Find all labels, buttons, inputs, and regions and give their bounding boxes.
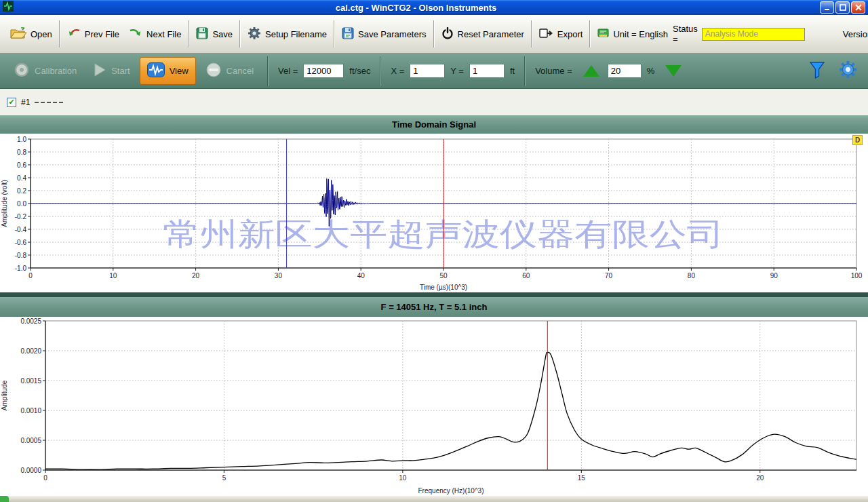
svg-text:30: 30 <box>275 272 283 279</box>
export-button[interactable]: Export <box>534 22 588 46</box>
svg-text:80: 80 <box>688 272 696 279</box>
view-icon <box>147 62 165 79</box>
toolbar-separator <box>267 56 269 86</box>
svg-text:50: 50 <box>439 272 448 279</box>
svg-text:-0.2: -0.2 <box>15 213 27 220</box>
series-1-label: #1 <box>21 98 30 107</box>
status-group: Status = <box>673 24 805 44</box>
panel-divider <box>0 292 868 297</box>
y-input[interactable] <box>469 64 505 78</box>
prev-file-icon <box>67 28 81 41</box>
cancel-button[interactable]: Cancel <box>199 57 260 85</box>
toolbar-separator <box>188 20 189 47</box>
svg-text:0.4: 0.4 <box>17 174 26 182</box>
svg-text:10: 10 <box>399 474 407 482</box>
reset-parameter-button[interactable]: Reset Parameter <box>437 22 529 47</box>
vel-unit-label: ft/sec <box>349 66 370 76</box>
x-input[interactable] <box>410 64 445 78</box>
save-parameters-label: Save Parameters <box>358 29 426 39</box>
frequency-chart-title: F = 14051 Hz, T = 5.1 inch <box>0 297 868 317</box>
unit-icon <box>597 28 609 41</box>
setup-filename-button[interactable]: Setup Filename <box>243 21 332 47</box>
toolbar-separator <box>380 56 381 86</box>
volume-label: Volume = <box>535 66 572 76</box>
start-label: Start <box>111 66 130 76</box>
next-file-button[interactable]: Next File <box>124 22 186 46</box>
toolbar-separator <box>589 20 591 47</box>
svg-text:100: 100 <box>851 272 863 279</box>
frequency-chart[interactable]: 051015200.00000.00050.00100.00150.00200.… <box>0 317 868 496</box>
vel-input[interactable] <box>303 64 344 78</box>
start-button[interactable]: Start <box>86 58 136 84</box>
start-icon <box>93 62 106 79</box>
svg-text:40: 40 <box>357 272 366 279</box>
series-1-checkbox[interactable]: ✔ <box>7 98 16 107</box>
volume-up-icon[interactable] <box>583 65 599 77</box>
close-button[interactable] <box>851 1 865 14</box>
status-input[interactable] <box>702 28 805 41</box>
setup-filename-icon <box>248 26 261 42</box>
prev-file-label: Prev File <box>85 29 119 39</box>
filter-icon[interactable] <box>809 61 825 81</box>
save-icon <box>196 27 208 41</box>
minimize-button[interactable] <box>820 1 834 14</box>
svg-text:Time (µs)(10^3): Time (µs)(10^3) <box>420 284 467 291</box>
svg-text:0: 0 <box>28 272 33 279</box>
maximize-button[interactable] <box>835 1 850 14</box>
svg-text:-1.0: -1.0 <box>15 265 27 272</box>
svg-text:0.0025: 0.0025 <box>20 317 41 325</box>
open-label: Open <box>31 29 52 39</box>
start-button-edge <box>0 496 9 502</box>
svg-text:Amplitude: Amplitude <box>1 380 8 410</box>
calibration-icon <box>14 62 30 80</box>
svg-text:1.0: 1.0 <box>17 136 26 143</box>
view-button[interactable]: View <box>140 57 196 85</box>
prev-file-button[interactable]: Prev File <box>62 22 124 46</box>
volume-down-icon[interactable] <box>665 65 682 77</box>
view-label: View <box>170 66 189 76</box>
control-toolbar: Calibration Start View Cancel Vel = ft/s… <box>0 54 868 89</box>
version-label: Version = 1.0 <box>843 29 868 39</box>
svg-text:0.0000: 0.0000 <box>20 467 41 474</box>
open-icon <box>10 27 26 41</box>
svg-text:0.6: 0.6 <box>17 161 26 169</box>
app-icon <box>3 1 14 14</box>
xy-unit-label: ft <box>510 66 515 76</box>
save-parameters-button[interactable]: Save Parameters <box>337 22 431 47</box>
series-legend: ✔ #1 <box>0 89 868 115</box>
svg-text:0.0: 0.0 <box>17 200 26 208</box>
setup-filename-label: Setup Filename <box>265 29 327 39</box>
save-button[interactable]: Save <box>191 22 237 47</box>
svg-text:Frequency (Hz)(10^3): Frequency (Hz)(10^3) <box>418 487 484 495</box>
svg-text:0.2: 0.2 <box>17 187 26 195</box>
svg-text:Amplitude (volt): Amplitude (volt) <box>1 180 8 227</box>
save-parameters-icon <box>342 27 354 41</box>
svg-text:-0.8: -0.8 <box>15 252 27 259</box>
svg-text:90: 90 <box>770 272 778 279</box>
next-file-icon <box>129 28 142 41</box>
svg-text:0.0020: 0.0020 <box>20 347 41 355</box>
unit-button[interactable]: Unit = English <box>593 22 673 46</box>
export-label: Export <box>557 29 583 39</box>
cancel-label: Cancel <box>226 66 254 76</box>
time-domain-chart-title: Time Domain Signal <box>0 115 868 134</box>
frequency-chart-panel: 051015200.00000.00050.00100.00150.00200.… <box>0 317 868 496</box>
d-corner-button[interactable]: D <box>852 135 863 145</box>
series-1-line-sample <box>35 102 63 103</box>
reset-parameter-icon <box>441 27 454 41</box>
volume-input[interactable] <box>608 64 642 78</box>
time-domain-chart[interactable]: 01020304050607080901001.00.80.60.40.20.0… <box>0 134 868 292</box>
calibration-button[interactable]: Calibration <box>7 57 83 85</box>
toolbar-separator <box>59 20 60 47</box>
cancel-icon <box>205 62 222 80</box>
open-button[interactable]: Open <box>5 22 57 47</box>
export-icon <box>539 28 553 41</box>
settings-gear-icon[interactable] <box>839 60 857 81</box>
x-label: X = <box>391 66 404 76</box>
toolbar-separator <box>239 20 241 47</box>
vel-label: Vel = <box>278 66 298 76</box>
svg-text:15: 15 <box>578 474 586 482</box>
svg-text:0.0005: 0.0005 <box>20 437 41 444</box>
calibration-label: Calibration <box>35 66 77 76</box>
svg-text:20: 20 <box>756 474 764 482</box>
